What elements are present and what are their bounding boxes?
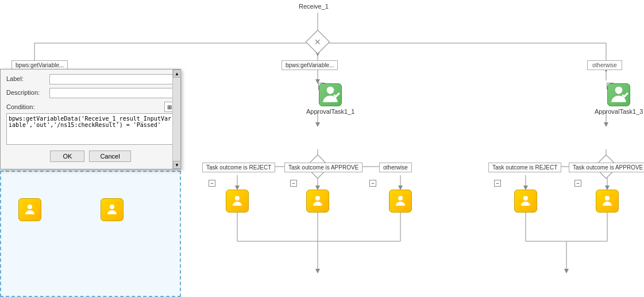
expand-approve-right[interactable]: − xyxy=(574,180,581,187)
task-icon-center-right xyxy=(394,194,407,208)
task-center-right[interactable] xyxy=(389,190,412,213)
approval-task-1-label: ApprovalTask1_1 xyxy=(306,108,354,115)
top-gateway-symbol: ✕ xyxy=(314,37,321,47)
condition-section: Condition: ⊞ bpws:getVariableData('Recei… xyxy=(6,102,175,146)
task-right-left[interactable] xyxy=(514,190,537,213)
svg-point-54 xyxy=(110,205,114,209)
task-center-mid[interactable] xyxy=(306,190,329,213)
condition-reject-right[interactable]: Task outcome is REJECT xyxy=(488,163,561,172)
description-input[interactable] xyxy=(49,88,175,98)
top-gateway[interactable]: ✕ xyxy=(309,33,326,51)
svg-marker-45 xyxy=(564,269,569,273)
condition-dialog: Label: Description: Condition: ⊞ bpws:ge… xyxy=(0,69,181,169)
condition-approve-right[interactable]: Task outcome is APPROVE xyxy=(569,163,644,172)
svg-marker-34 xyxy=(315,122,320,127)
scrollbar-up[interactable]: ▲ xyxy=(173,70,181,78)
approval-task-1[interactable]: + ApprovalTask1_1 xyxy=(306,83,354,115)
svg-marker-40 xyxy=(604,122,608,127)
svg-point-46 xyxy=(327,87,334,94)
description-row: Description: xyxy=(6,88,175,98)
getvar-center[interactable]: bpws:getVariable... xyxy=(281,60,338,70)
approval-task-icon xyxy=(319,84,341,106)
ok-button[interactable]: OK xyxy=(50,151,84,162)
expand-otherwise-center[interactable]: − xyxy=(369,180,376,187)
svg-marker-44 xyxy=(315,269,320,273)
condition-reject-center[interactable]: Task outcome is REJECT xyxy=(202,163,275,172)
label-input[interactable] xyxy=(49,74,175,84)
otherwise-top: otherwise xyxy=(587,60,622,70)
task-icon-bl1 xyxy=(23,203,37,217)
label-field-label: Label: xyxy=(6,74,49,82)
task-right-right[interactable] xyxy=(596,190,619,213)
svg-point-49 xyxy=(398,196,403,200)
scrollbar-track xyxy=(173,78,180,161)
expand-reject-center[interactable]: − xyxy=(209,180,215,187)
task-center-left[interactable] xyxy=(226,190,249,213)
condition-section-label: Condition: xyxy=(6,103,35,110)
svg-point-51 xyxy=(523,196,528,200)
task-icon-right-right xyxy=(600,194,614,208)
svg-point-50 xyxy=(615,87,623,94)
description-field-label: Description: xyxy=(6,88,49,96)
svg-point-47 xyxy=(235,196,240,200)
dialog-buttons: OK Cancel xyxy=(6,151,175,162)
cancel-button[interactable]: Cancel xyxy=(89,151,130,162)
task-icon-center-left xyxy=(230,194,244,208)
svg-point-52 xyxy=(605,196,610,200)
workflow-canvas: Receive_1 ✕ bpws:getVariable... bpws:get… xyxy=(0,0,644,297)
condition-textarea[interactable]: bpws:getVariableData('Receive_1_result_I… xyxy=(6,113,175,145)
task-icon-bl2 xyxy=(105,203,119,217)
approval-task-3-icon xyxy=(608,84,630,106)
task-icon-right-left xyxy=(519,194,533,208)
approval-task-3-label: ApprovalTask1_3 xyxy=(595,108,643,115)
receive-label: Receive_1 xyxy=(299,3,329,10)
svg-point-53 xyxy=(28,205,32,209)
dialog-scrollbar[interactable]: ▲ ▼ xyxy=(172,70,180,169)
task-bottomleft-1[interactable] xyxy=(18,198,41,221)
svg-point-48 xyxy=(315,196,320,200)
scrollbar-down[interactable]: ▼ xyxy=(173,161,181,169)
selected-region xyxy=(0,171,181,297)
expand-approve-center[interactable]: − xyxy=(290,180,297,187)
label-row: Label: xyxy=(6,74,175,84)
condition-otherwise-center[interactable]: otherwise xyxy=(379,163,412,172)
approval-task-3[interactable]: + ApprovalTask1_3 xyxy=(595,83,643,115)
expand-reject-right[interactable]: − xyxy=(494,180,501,187)
condition-approve-center[interactable]: Task outcome is APPROVE xyxy=(284,163,363,172)
task-bottomleft-2[interactable] xyxy=(101,198,124,221)
task-icon-center-mid xyxy=(311,194,325,208)
receive-node: Receive_1 xyxy=(299,3,329,10)
